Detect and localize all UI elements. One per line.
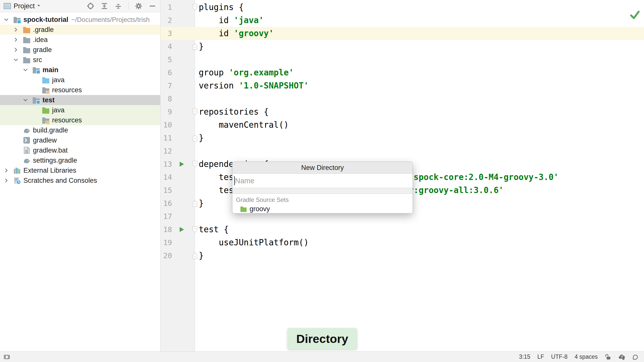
tree-row-gradlew-bat[interactable]: gradlew.bat [0, 145, 160, 155]
tree-item-label: src [33, 56, 42, 64]
chevron-right-icon[interactable] [13, 37, 23, 43]
tree-row-spock-tutorial[interactable]: spock-tutorial~/Documents/Projects/trish [0, 15, 160, 25]
gradle-icon [23, 126, 31, 134]
editor-line-10[interactable]: 10 mavenCentral() [160, 118, 644, 131]
hide-panel-icon[interactable] [149, 2, 156, 10]
tree-row-java[interactable]: java [0, 75, 160, 85]
project-panel-title[interactable]: Project [14, 2, 35, 10]
chevron-down-icon[interactable] [22, 67, 32, 73]
toolwindow-bars-icon[interactable] [4, 354, 10, 360]
chevron-down-icon[interactable] [13, 57, 23, 63]
expand-all-icon[interactable] [101, 2, 108, 10]
chevron-right-icon[interactable] [13, 27, 23, 33]
collapse-all-icon[interactable] [114, 2, 122, 10]
line-number: 18 [160, 223, 172, 236]
code-token: test { [199, 224, 229, 234]
caret-position[interactable]: 3:15 [519, 353, 530, 360]
string-token: '1.0-SNAPSHOT' [239, 81, 309, 90]
chevron-right-icon[interactable] [3, 177, 13, 184]
settings-icon[interactable] [135, 2, 142, 10]
chevron-down-icon[interactable] [36, 3, 41, 9]
editor-line-7[interactable]: 7version '1.0-SNAPSHOT' [160, 79, 644, 92]
directory-name-input[interactable] [232, 174, 413, 188]
tree-row-gradle[interactable]: gradle [0, 45, 160, 55]
notification-balloon-icon[interactable] [632, 354, 638, 360]
tree-item-label: gradlew.bat [33, 147, 68, 154]
tree-item-label: settings.gradle [33, 157, 77, 164]
line-number: 4 [160, 40, 172, 53]
fold-close-icon[interactable] [192, 252, 197, 259]
file-encoding[interactable]: UTF-8 [551, 353, 568, 360]
line-number: 10 [160, 118, 172, 131]
tree-row-src[interactable]: src [0, 55, 160, 65]
code-text: repositories { [199, 105, 269, 118]
folder-orange-icon [23, 26, 31, 34]
tree-row-test[interactable]: test [0, 95, 160, 105]
tree-row-settings-gradle[interactable]: settings.gradle [0, 155, 160, 165]
editor-line-2[interactable]: 2 id 'java' [160, 14, 644, 27]
editor-line-18[interactable]: 18test { [160, 223, 644, 236]
line-number: 12 [160, 145, 172, 158]
editor-line-20[interactable]: 20} [160, 249, 644, 262]
tree-row-main[interactable]: main [0, 65, 160, 75]
code-token: id [199, 28, 234, 38]
tree-row-resources[interactable]: resources [0, 115, 160, 125]
panel-splitter[interactable] [160, 0, 160, 351]
status-bar: 3:15 LF UTF-8 4 spaces ? [0, 351, 644, 362]
tree-row-build-gradle[interactable]: build.gradle [0, 125, 160, 135]
line-number: 20 [160, 249, 172, 262]
editor-line-1[interactable]: 1plugins { [160, 1, 644, 14]
line-number: 14 [160, 171, 172, 184]
tree-row-scratches-and-consoles[interactable]: Scratches and Consoles [0, 175, 160, 186]
project-path: ~/Documents/Projects/trish [71, 16, 150, 24]
fold-open-icon[interactable] [192, 108, 197, 115]
tree-row--idea[interactable]: .idea [0, 35, 160, 45]
line-ending[interactable]: LF [537, 353, 544, 360]
editor-line-9[interactable]: 9repositories { [160, 105, 644, 118]
code-text: id 'groovy' [199, 27, 274, 40]
line-number: 9 [160, 105, 172, 118]
chevron-right-icon[interactable] [13, 47, 23, 53]
editor-line-19[interactable]: 19 useJUnitPlatform() [160, 236, 644, 249]
cloud-sync-icon[interactable]: ? [618, 354, 625, 360]
suggestion-item-groovy[interactable]: groovy [240, 204, 413, 213]
editor-line-8[interactable]: 8 [160, 92, 644, 105]
chevron-down-icon[interactable] [3, 17, 13, 23]
tree-item-label: .gradle [33, 26, 54, 34]
chevron-down-icon[interactable] [22, 97, 32, 103]
chevron-right-icon[interactable] [3, 167, 13, 173]
editor-line-11[interactable]: 11} [160, 131, 644, 145]
project-tree: spock-tutorial~/Documents/Projects/trish… [0, 13, 160, 186]
tree-row-java[interactable]: java [0, 105, 160, 115]
tree-item-label: test [43, 96, 55, 104]
svg-text:?: ? [621, 355, 623, 359]
locate-icon[interactable] [87, 2, 94, 10]
tree-item-label: spock-tutorial [23, 16, 68, 24]
project-panel-toolbar [87, 2, 156, 10]
tree-row--gradle[interactable]: .gradle [0, 25, 160, 35]
editor-line-6[interactable]: 6group 'org.example' [160, 66, 644, 79]
code-token: } [199, 41, 204, 51]
fold-close-icon[interactable] [192, 134, 197, 142]
run-gutter-icon[interactable] [179, 161, 185, 167]
line-number: 7 [160, 79, 172, 92]
fold-open-icon[interactable] [192, 161, 197, 168]
tree-item-label: main [43, 66, 58, 74]
fold-open-icon[interactable] [192, 226, 197, 233]
editor-line-3[interactable]: 3 id 'groovy' [160, 27, 644, 40]
tree-row-gradlew[interactable]: gradlew [0, 135, 160, 145]
editor-line-12[interactable]: 12 [160, 145, 644, 158]
folder-module-icon [32, 66, 40, 74]
tree-row-resources[interactable]: resources [0, 85, 160, 95]
unlock-icon[interactable] [605, 354, 611, 360]
fold-close-icon[interactable] [192, 200, 197, 207]
tree-row-external-libraries[interactable]: External Libraries [0, 165, 160, 175]
fold-open-icon[interactable] [192, 4, 197, 11]
indent-setting[interactable]: 4 spaces [575, 353, 598, 360]
run-gutter-icon[interactable] [179, 226, 185, 233]
editor-line-4[interactable]: 4} [160, 40, 644, 53]
editor-line-5[interactable]: 5 [160, 53, 644, 66]
fold-close-icon[interactable] [192, 43, 197, 50]
inspection-ok-icon[interactable] [629, 10, 640, 20]
code-token: repositories { [199, 107, 269, 117]
